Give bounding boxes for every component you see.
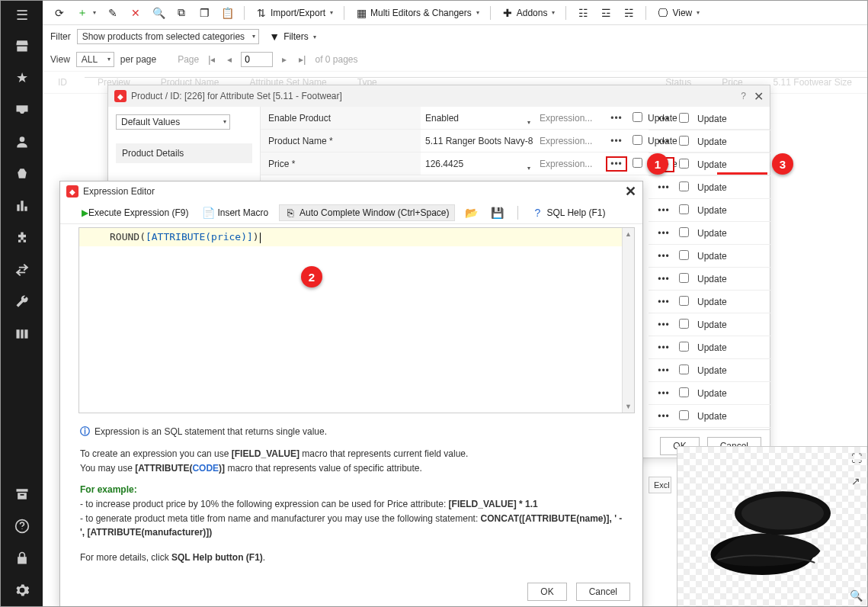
expression-placeholder[interactable]: Expression... [535,159,604,169]
expand-icon[interactable]: ⛶ [849,450,864,467]
prev-page-button[interactable]: ◂ [224,54,235,65]
auto-complete-button[interactable]: ⎘Auto Complete Window (Ctrl+Space) [279,204,454,221]
expression-edit-button[interactable]: ••• [649,136,679,147]
ok-button[interactable]: OK [527,583,566,601]
attribute-value[interactable]: 5.11 Ranger Boots Navy-8 [421,136,535,146]
help-icon[interactable] [1,510,43,542]
puzzle-icon[interactable] [1,222,43,254]
expression-edit-button[interactable]: ••• [649,205,679,216]
star-icon[interactable]: ★ [1,62,43,94]
expression-edit-button[interactable]: ••• [649,411,679,422]
per-page-select[interactable]: ALL▾ [76,52,114,67]
update-checkbox[interactable] [629,112,645,124]
page-input[interactable] [241,52,273,67]
expression-edit-button[interactable]: ••• [649,228,679,239]
update-checkbox[interactable] [629,135,645,147]
update-checkbox[interactable] [679,319,697,331]
inbox-icon[interactable] [1,94,43,126]
expression-edit-button[interactable]: ••• [604,113,629,124]
exclude-tab[interactable]: Excl [649,477,671,493]
update-checkbox[interactable] [679,181,697,194]
update-checkbox[interactable] [679,365,697,377]
store-icon[interactable] [1,30,43,62]
lock-icon[interactable] [1,542,43,574]
chart-icon[interactable] [1,190,43,222]
expression-edit-button[interactable]: ••• [604,159,629,169]
close-icon[interactable]: ✕ [625,183,636,200]
expression-placeholder[interactable]: Expression... [535,136,604,146]
import-export-button[interactable]: ⇅Import/Export▾ [252,5,336,21]
expression-edit-button[interactable]: ••• [649,114,679,124]
save-button[interactable]: 💾 [488,205,507,220]
multi-editors-button[interactable]: ▦Multi Editors & Changers▾ [352,5,482,21]
expression-textarea[interactable]: ROUND([ATTRIBUTE(price)]) ▲▼ [78,227,635,413]
delete-button[interactable]: ✕ [127,5,145,21]
expression-editor-titlebar[interactable]: ◆ Expression Editor ✕ [60,181,642,201]
sql-help-button[interactable]: ?SQL Help (F1) [529,205,609,220]
update-checkbox[interactable] [629,158,645,170]
update-checkbox[interactable] [679,410,697,422]
wrench-icon[interactable] [1,286,43,318]
expression-edit-button[interactable]: ••• [649,388,679,399]
filters-button[interactable]: ▼Filters▾ [265,29,319,44]
clone-button[interactable]: ❐ [195,5,213,21]
gear-icon[interactable] [1,574,43,606]
edit-button[interactable]: ✎ [104,5,122,21]
expression-edit-button[interactable]: ••• [649,297,679,307]
update-checkbox[interactable] [679,342,697,354]
update-checkbox[interactable] [679,159,697,171]
expression-edit-button[interactable]: ••• [649,182,679,193]
help-icon[interactable]: ? [741,91,746,101]
add-button[interactable]: ＋▾ [73,5,99,21]
swap-icon[interactable] [1,254,43,286]
expression-edit-button[interactable]: ••• [649,251,679,262]
filter-select[interactable]: Show products from selected categories▾ [77,29,259,44]
expression-edit-button[interactable]: ••• [649,274,679,284]
scrollbar[interactable]: ▲▼ [622,228,634,413]
close-icon[interactable]: ✕ [754,89,764,104]
update-checkbox[interactable] [679,387,697,400]
execute-expression-button[interactable]: ▶ Execute Expression (F9) [78,206,191,220]
update-checkbox[interactable] [679,136,697,148]
first-page-button[interactable]: |◂ [205,54,218,65]
addons-button[interactable]: ✚Addons▾ [498,5,559,21]
update-label: Update [697,365,727,376]
archive-icon[interactable] [1,478,43,510]
search-button[interactable]: 🔍 [149,5,168,21]
update-checkbox[interactable] [679,296,697,308]
menu-icon[interactable]: ☰ [1,1,43,30]
attribute-value[interactable]: Enabled▾ [421,113,535,124]
product-details-section[interactable]: Product Details [116,143,252,163]
cancel-button[interactable]: Cancel [576,583,630,601]
update-checkbox[interactable] [679,250,697,262]
view-button[interactable]: 🖵View▾ [654,5,703,21]
person-icon[interactable] [1,126,43,158]
tool-a-button[interactable]: ☷ [574,5,592,21]
open-folder-button[interactable]: 📂 [463,205,481,220]
insert-macro-button[interactable]: 📄Insert Macro [199,205,271,220]
attribute-value[interactable]: 126.4425▾ [421,159,535,169]
update-checkbox[interactable] [679,227,697,239]
update-checkbox[interactable] [679,273,697,285]
columns-icon[interactable] [1,318,43,350]
expression-edit-button[interactable]: ••• [649,320,679,330]
last-page-button[interactable]: ▸| [296,54,309,65]
basket-icon[interactable] [1,158,43,190]
expression-placeholder[interactable]: Expression... [535,113,604,124]
paste-button[interactable]: 📋 [218,5,236,21]
expression-edit-button[interactable]: ••• [649,365,679,376]
open-external-icon[interactable]: ↗ [849,473,864,490]
scope-select[interactable]: Default Values▾ [116,114,230,130]
update-checkbox[interactable] [679,204,697,217]
expression-edit-button[interactable]: ••• [649,342,679,353]
zoom-icon[interactable]: 🔍 [850,589,863,602]
product-window-titlebar[interactable]: ◆ Product / ID: [226] for Attribute Set … [108,85,770,107]
expression-editor-title: Expression Editor [83,186,155,197]
refresh-button[interactable]: ⟳ [50,5,69,21]
tool-c-button[interactable]: ☵ [620,5,638,21]
update-checkbox[interactable] [679,113,697,125]
expression-edit-button[interactable]: ••• [604,136,629,146]
copy-button[interactable]: ⧉ [172,5,191,21]
next-page-button[interactable]: ▸ [279,54,290,65]
tool-b-button[interactable]: ☲ [597,5,615,21]
